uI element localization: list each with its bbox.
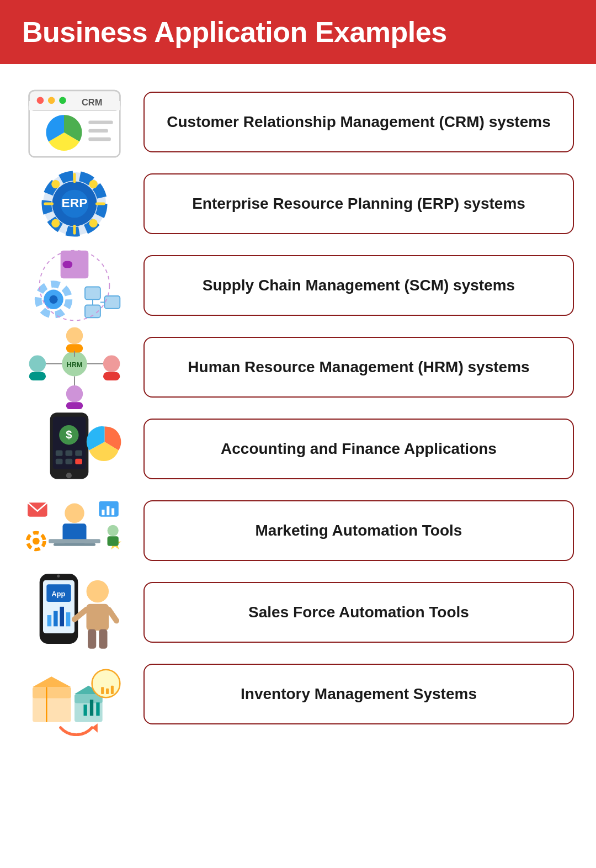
svg-rect-99 xyxy=(96,702,99,716)
svg-text:HRM: HRM xyxy=(67,361,83,369)
svg-rect-59 xyxy=(75,459,82,464)
list-item: App Sales Force Automation Tools xyxy=(22,576,574,648)
svg-point-43 xyxy=(66,385,83,402)
svg-rect-74 xyxy=(108,536,119,546)
svg-line-87 xyxy=(109,610,116,621)
sales-icon: App xyxy=(22,576,127,648)
svg-rect-8 xyxy=(88,120,113,124)
erp-icon: ERP xyxy=(22,168,127,240)
svg-rect-81 xyxy=(54,611,58,626)
svg-point-37 xyxy=(66,327,83,344)
svg-rect-57 xyxy=(56,459,63,464)
svg-point-51 xyxy=(66,473,72,478)
svg-point-41 xyxy=(103,355,120,372)
svg-marker-100 xyxy=(92,723,98,732)
svg-rect-85 xyxy=(87,604,109,631)
svg-rect-56 xyxy=(75,451,82,456)
svg-rect-89 xyxy=(99,629,107,648)
svg-point-22 xyxy=(51,219,60,227)
marketing-icon xyxy=(22,495,127,567)
svg-point-23 xyxy=(89,219,98,227)
svg-point-3 xyxy=(37,97,44,104)
crm-label: Customer Relationship Management (CRM) s… xyxy=(167,112,550,133)
svg-rect-54 xyxy=(56,451,63,456)
list-item: $ Accounting and Finance Applications xyxy=(22,413,574,485)
svg-rect-63 xyxy=(49,539,100,543)
svg-rect-104 xyxy=(111,686,114,694)
scm-label: Supply Chain Management (SCM) systems xyxy=(203,275,515,296)
svg-rect-40 xyxy=(29,372,46,380)
svg-text:App: App xyxy=(52,590,66,598)
marketing-label: Marketing Automation Tools xyxy=(256,520,462,541)
scm-label-box: Supply Chain Management (SCM) systems xyxy=(143,255,574,316)
svg-text:CRM: CRM xyxy=(82,97,102,107)
svg-rect-58 xyxy=(66,459,73,464)
erp-label-box: Enterprise Resource Planning (ERP) syste… xyxy=(143,173,574,234)
svg-point-20 xyxy=(51,180,60,188)
svg-text:$: $ xyxy=(66,428,72,441)
svg-point-84 xyxy=(87,580,109,603)
svg-rect-82 xyxy=(60,607,64,626)
scm-icon xyxy=(22,250,127,321)
svg-rect-29 xyxy=(85,287,100,300)
svg-rect-67 xyxy=(102,510,104,515)
page-title: Business Application Examples xyxy=(22,15,574,49)
svg-rect-97 xyxy=(83,705,87,716)
finance-label: Accounting and Finance Applications xyxy=(221,438,497,459)
finance-icon: $ xyxy=(22,413,127,485)
svg-point-4 xyxy=(48,97,55,104)
inventory-label: Inventory Management Systems xyxy=(241,684,477,705)
header: Business Application Examples xyxy=(0,0,596,64)
svg-rect-91 xyxy=(33,687,71,698)
svg-rect-10 xyxy=(88,137,111,141)
hrm-icon: HRM xyxy=(22,331,127,403)
hrm-label: Human Resource Management (HRM) systems xyxy=(188,357,529,378)
items-container: CRM Customer Relationship Management (CR… xyxy=(0,86,596,752)
svg-point-5 xyxy=(59,97,66,104)
list-item: HRM Human Resou xyxy=(22,331,574,403)
svg-marker-92 xyxy=(33,676,71,687)
list-item: ERP Enterprise Resource Planning (ERP) s… xyxy=(22,168,574,240)
svg-rect-64 xyxy=(54,543,95,546)
inventory-icon xyxy=(22,658,127,730)
svg-rect-103 xyxy=(106,689,109,694)
marketing-label-box: Marketing Automation Tools xyxy=(143,500,574,561)
svg-rect-98 xyxy=(90,700,93,716)
svg-rect-80 xyxy=(47,615,52,626)
svg-point-73 xyxy=(108,525,119,536)
sales-label-box: Sales Force Automation Tools xyxy=(143,582,574,643)
svg-rect-25 xyxy=(62,261,72,268)
svg-rect-9 xyxy=(88,129,108,133)
svg-rect-55 xyxy=(66,451,73,456)
svg-text:ERP: ERP xyxy=(62,195,88,210)
svg-rect-69 xyxy=(111,508,114,515)
list-item: CRM Customer Relationship Management (CR… xyxy=(22,86,574,158)
list-item: Marketing Automation Tools xyxy=(22,495,574,567)
inventory-label-box: Inventory Management Systems xyxy=(143,664,574,724)
svg-point-61 xyxy=(65,504,84,523)
svg-rect-83 xyxy=(66,612,71,626)
svg-point-39 xyxy=(29,355,46,372)
svg-rect-42 xyxy=(103,372,120,380)
list-item: Supply Chain Management (SCM) systems xyxy=(22,250,574,321)
svg-rect-31 xyxy=(104,296,120,309)
svg-rect-88 xyxy=(88,629,96,648)
crm-icon: CRM xyxy=(22,86,127,158)
finance-label-box: Accounting and Finance Applications xyxy=(143,419,574,479)
hrm-label-box: Human Resource Management (HRM) systems xyxy=(143,337,574,398)
svg-point-77 xyxy=(57,575,60,578)
svg-point-21 xyxy=(89,180,98,188)
svg-rect-68 xyxy=(107,506,109,515)
svg-rect-102 xyxy=(101,687,104,694)
svg-point-71 xyxy=(33,538,40,545)
list-item: Inventory Management Systems xyxy=(22,658,574,730)
sales-label: Sales Force Automation Tools xyxy=(248,602,469,623)
crm-label-box: Customer Relationship Management (CRM) s… xyxy=(143,92,574,152)
erp-label: Enterprise Resource Planning (ERP) syste… xyxy=(192,193,525,214)
svg-point-28 xyxy=(49,295,57,304)
